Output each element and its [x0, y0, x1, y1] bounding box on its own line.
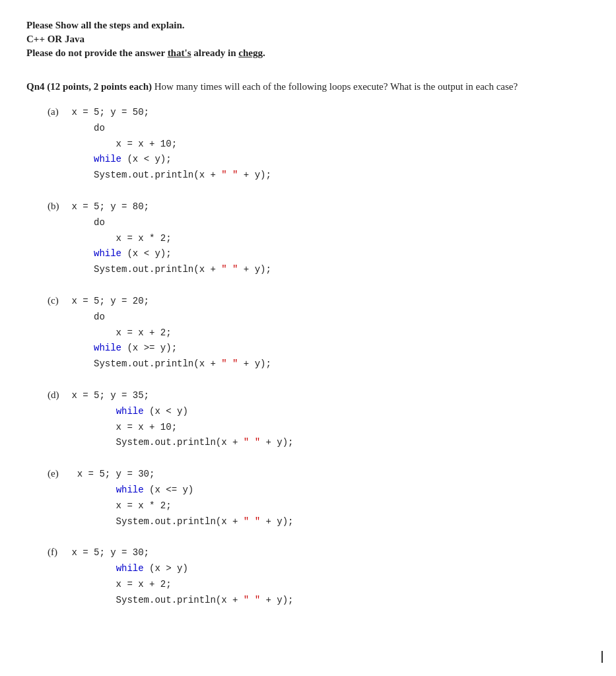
code-b-line0: (b) x = 5; y = 80;	[66, 198, 590, 215]
instruction-2-text: C++ OR Java	[26, 34, 85, 44]
code-c-line1: do	[66, 310, 590, 325]
code-e-line1: while (x <= y)	[66, 483, 590, 498]
code-b-line3: while (x < y);	[66, 246, 590, 262]
code-b-line2: x = x * 2;	[66, 231, 590, 247]
code-c-line2: x = x + 2;	[66, 325, 590, 341]
code-a-line0: (a) x = 5; y = 50;	[66, 104, 590, 121]
code-block-c: (c) x = 5; y = 20; do x = x + 2; while (…	[66, 292, 590, 372]
code-a-line2: x = x + 10;	[66, 137, 590, 152]
code-block-b: (b) x = 5; y = 80; do x = x * 2; while (…	[66, 198, 590, 278]
sub-label-c: (c)	[48, 292, 66, 310]
code-f-line1: while (x > y)	[66, 561, 590, 577]
instruction-3-underline: that's	[168, 48, 191, 58]
subquestion-a: (a) x = 5; y = 50; do x = x + 10; while …	[26, 104, 590, 184]
code-f-line3: System.out.println(x + " " + y);	[66, 593, 590, 609]
subquestion-e: (e) x = 5; y = 30; while (x <= y) x = x …	[26, 465, 590, 529]
code-d-line0: (d) x = 5; y = 35;	[66, 387, 590, 404]
code-block-a: (a) x = 5; y = 50; do x = x + 10; while …	[66, 104, 590, 184]
subquestion-b: (b) x = 5; y = 80; do x = x * 2; while (…	[26, 198, 590, 278]
code-f-line0: (f) x = 5; y = 30;	[66, 544, 590, 561]
instruction-1: Please Show all the steps and explain.	[26, 20, 590, 31]
code-c-line0: (c) x = 5; y = 20;	[66, 292, 590, 310]
code-e-line0: (e) x = 5; y = 30;	[66, 465, 590, 483]
question-label-normal: How many times will each of the followin…	[152, 81, 518, 92]
question-label-bold: Qn4 (12 points, 2 points each)	[26, 81, 152, 92]
code-f-line2: x = x + 2;	[66, 577, 590, 593]
code-b-line1: do	[66, 215, 590, 231]
code-block-f: (f) x = 5; y = 30; while (x > y) x = x +…	[66, 544, 590, 608]
code-d-line2: x = x + 10;	[66, 420, 590, 436]
code-a-line3: while (x < y);	[66, 152, 590, 168]
code-a-line1: do	[66, 121, 590, 137]
instruction-2: C++ OR Java	[26, 34, 590, 45]
sub-label-b: (b)	[48, 198, 66, 215]
text-cursor	[601, 651, 603, 663]
code-c-line3: while (x >= y);	[66, 341, 590, 356]
subquestion-c: (c) x = 5; y = 20; do x = x + 2; while (…	[26, 292, 590, 372]
code-c-line4: System.out.println(x + " " + y);	[66, 356, 590, 372]
code-block-d: (d) x = 5; y = 35; while (x < y) x = x +…	[66, 387, 590, 451]
instruction-1-text: Please Show all the steps and explain.	[26, 20, 185, 30]
code-a-line4: System.out.println(x + " " + y);	[66, 168, 590, 184]
code-e-line3: System.out.println(x + " " + y);	[66, 514, 590, 530]
sub-label-a: (a)	[48, 104, 66, 121]
question-title: Qn4 (12 points, 2 points each) How many …	[26, 79, 590, 94]
sub-label-f: (f)	[48, 544, 66, 561]
code-block-e: (e) x = 5; y = 30; while (x <= y) x = x …	[66, 465, 590, 529]
code-d-line1: while (x < y)	[66, 404, 590, 420]
sub-label-d: (d)	[48, 387, 66, 404]
code-e-line2: x = x * 2;	[66, 498, 590, 514]
instruction-3-pre: Please do not provide the answer	[26, 48, 168, 58]
header-instructions: Please Show all the steps and explain. C…	[26, 20, 590, 59]
instruction-3: Please do not provide the answer that's …	[26, 48, 590, 59]
code-b-line4: System.out.println(x + " " + y);	[66, 262, 590, 278]
instruction-3-mid: already in	[191, 48, 238, 58]
subquestion-d: (d) x = 5; y = 35; while (x < y) x = x +…	[26, 387, 590, 451]
page-container: Please Show all the steps and explain. C…	[26, 20, 590, 609]
instruction-3-post: .	[263, 48, 265, 58]
subquestion-f: (f) x = 5; y = 30; while (x > y) x = x +…	[26, 544, 590, 608]
code-d-line3: System.out.println(x + " " + y);	[66, 435, 590, 451]
sub-label-e: (e)	[48, 465, 66, 483]
instruction-3-underline2: chegg	[238, 48, 263, 58]
question-block: Qn4 (12 points, 2 points each) How many …	[26, 79, 590, 609]
